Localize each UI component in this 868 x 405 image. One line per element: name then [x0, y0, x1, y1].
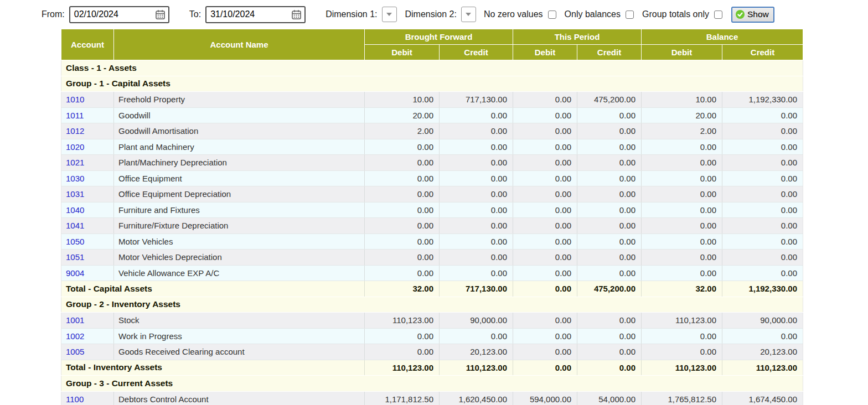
amount-cell: 0.00	[513, 265, 577, 281]
account-row: 1040Furniture and Fixtures0.000.000.000.…	[61, 202, 803, 218]
account-name-cell: Work in Progress	[114, 328, 365, 344]
amount-cell: 0.00	[722, 202, 803, 218]
account-code-cell: 1001	[61, 313, 114, 329]
account-link[interactable]: 1031	[66, 189, 84, 199]
amount-cell: 0.00	[513, 202, 577, 218]
amount-cell: 20,123.00	[722, 344, 803, 360]
amount-cell: 475,200.00	[577, 92, 642, 108]
account-link[interactable]: 1021	[66, 158, 84, 167]
report-table-body: Class - 1 - AssetsGroup - 1 - Capital As…	[61, 60, 803, 405]
total-amount-cell: 0.00	[577, 360, 642, 376]
amount-cell: 0.00	[365, 155, 440, 171]
account-link[interactable]: 1002	[66, 331, 84, 341]
amount-cell: 2.00	[642, 123, 722, 139]
amount-cell: 0.00	[513, 328, 577, 344]
calendar-icon[interactable]	[291, 9, 302, 20]
account-name-cell: Motor Vehicles Depreciation	[114, 250, 365, 266]
amount-cell: 0.00	[577, 123, 642, 139]
account-name-cell: Office Equipment	[114, 170, 365, 186]
account-name-cell: Office Equipment Depreciation	[114, 186, 365, 202]
amount-cell: 110,123.00	[642, 313, 722, 329]
dimension2-dropdown[interactable]	[461, 7, 476, 22]
account-code-cell: 1012	[61, 123, 114, 139]
group-totals-only-checkbox[interactable]	[714, 11, 722, 19]
amount-cell: 0.00	[440, 265, 513, 281]
account-link[interactable]: 1020	[66, 142, 84, 152]
amount-cell: 0.00	[513, 250, 577, 266]
col-header-bal-credit: Credit	[722, 45, 803, 60]
group-section-label: Group - 1 - Capital Assets	[61, 76, 803, 92]
account-link[interactable]: 1010	[66, 95, 84, 104]
amount-cell: 0.00	[440, 250, 513, 266]
amount-cell: 0.00	[642, 344, 722, 360]
only-balances-label: Only balances	[565, 9, 621, 19]
account-code-cell: 1020	[61, 139, 114, 155]
account-row: 1021Plant/Machinery Depreciation0.000.00…	[61, 155, 803, 171]
filter-toolbar: From: To:	[0, 0, 868, 29]
account-name-cell: Vehicle Allowance EXP A/C	[114, 265, 365, 281]
account-code-cell: 1005	[61, 344, 114, 360]
account-link[interactable]: 1051	[66, 252, 84, 262]
account-name-cell: Furniture/Fixture Depreciation	[114, 218, 365, 234]
account-name-cell: Goodwill Amortisation	[114, 123, 365, 139]
show-button-label: Show	[747, 9, 769, 19]
dimension2-label: Dimension 2:	[405, 9, 457, 19]
account-name-cell: Furniture and Fixtures	[114, 202, 365, 218]
amount-cell: 0.00	[722, 139, 803, 155]
amount-cell: 0.00	[513, 186, 577, 202]
account-code-cell: 1100	[61, 391, 114, 405]
account-link[interactable]: 1012	[66, 126, 84, 136]
amount-cell: 0.00	[642, 328, 722, 344]
account-link[interactable]: 1011	[66, 111, 84, 120]
account-link[interactable]: 1005	[66, 347, 84, 356]
no-zero-values-checkbox[interactable]	[548, 11, 556, 19]
amount-cell: 0.00	[642, 155, 722, 171]
from-date-input[interactable]	[70, 7, 152, 22]
account-link[interactable]: 1100	[66, 394, 84, 404]
account-link[interactable]: 1030	[66, 174, 84, 183]
col-header-tp-debit: Debit	[513, 45, 577, 60]
amount-cell: 0.00	[440, 186, 513, 202]
amount-cell: 0.00	[642, 139, 722, 155]
account-code-cell: 1051	[61, 250, 114, 266]
to-date-input[interactable]	[206, 7, 288, 22]
amount-cell: 1,192,330.00	[722, 92, 803, 108]
account-row: 1030Office Equipment0.000.000.000.000.00…	[61, 170, 803, 186]
total-label: Total - Inventory Assets	[61, 360, 365, 376]
amount-cell: 1,674,450.00	[722, 391, 803, 405]
account-link[interactable]: 1050	[66, 237, 84, 246]
amount-cell: 0.00	[365, 170, 440, 186]
account-link[interactable]: 9004	[66, 268, 84, 278]
account-name-cell: Goodwill	[114, 107, 365, 123]
calendar-icon[interactable]	[155, 9, 166, 20]
account-link[interactable]: 1001	[66, 315, 84, 325]
account-link[interactable]: 1040	[66, 205, 84, 215]
account-code-cell: 1010	[61, 92, 114, 108]
amount-cell: 0.00	[513, 170, 577, 186]
only-balances-checkbox[interactable]	[626, 11, 634, 19]
account-link[interactable]: 1041	[66, 221, 84, 230]
account-row: 1031Office Equipment Depreciation0.000.0…	[61, 186, 803, 202]
col-group-brought-forward: Brought Forward	[365, 29, 513, 45]
to-label: To:	[189, 9, 201, 19]
amount-cell: 20.00	[365, 107, 440, 123]
from-date-box	[69, 6, 169, 23]
account-row: 1005Goods Received Clearing account0.002…	[61, 344, 803, 360]
account-row: 1010Freehold Property10.00717,130.000.00…	[61, 92, 803, 108]
dimension1-dropdown[interactable]	[382, 7, 397, 22]
group-row: Group - 1 - Capital Assets	[61, 76, 803, 92]
account-code-cell: 1050	[61, 233, 114, 250]
show-button[interactable]: Show	[731, 7, 774, 23]
col-header-account-name: Account Name	[114, 29, 365, 60]
amount-cell: 0.00	[365, 139, 440, 155]
account-code-cell: 9004	[61, 265, 114, 281]
col-group-balance: Balance	[642, 29, 803, 45]
amount-cell: 90,000.00	[722, 313, 803, 329]
col-group-this-period: This Period	[513, 29, 642, 45]
amount-cell: 594,000.00	[513, 391, 577, 405]
trial-balance-table: Account Account Name Brought Forward Thi…	[61, 29, 803, 405]
amount-cell: 0.00	[365, 186, 440, 202]
group-row: Group - 2 - Inventory Assets	[61, 297, 803, 313]
account-row: 1002Work in Progress0.000.000.000.000.00…	[61, 328, 803, 344]
amount-cell: 0.00	[440, 202, 513, 218]
